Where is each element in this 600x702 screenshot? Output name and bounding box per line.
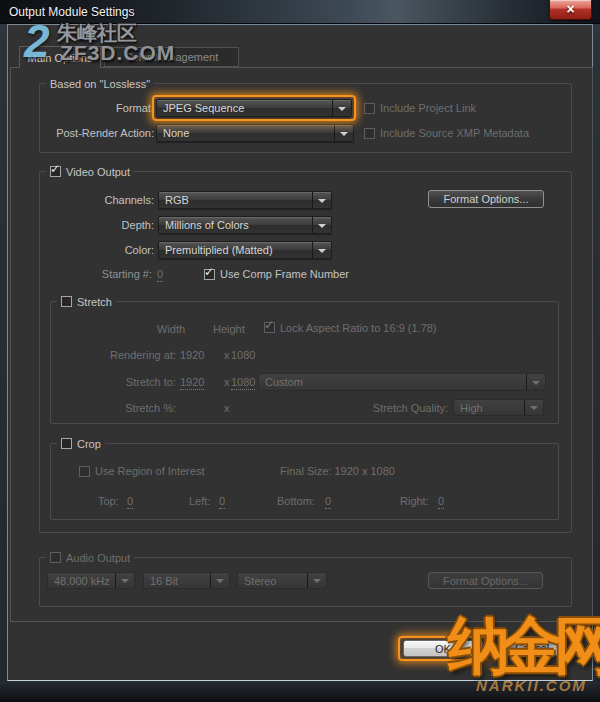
- audio-output-group: Audio Output 48.000 kHz 16 Bit Stereo Fo…: [39, 557, 572, 607]
- color-value: Premultiplied (Matted): [159, 242, 312, 258]
- channels-arrow-icon: [312, 192, 331, 208]
- depth-dropdown[interactable]: Millions of Colors: [158, 216, 332, 234]
- audio-channels-dropdown: Stereo: [237, 572, 327, 589]
- video-output-group: Video Output Channels: RGB Format Option…: [39, 171, 572, 533]
- audio-bit-value: 16 Bit: [144, 573, 210, 588]
- tab-color-management[interactable]: Color Management: [104, 47, 239, 67]
- window-frame-bottom: [0, 682, 600, 702]
- use-comp-frame-label: Use Comp Frame Number: [220, 268, 349, 281]
- stretch-percent-x-separator: x: [224, 402, 230, 415]
- include-xmp-checkbox: [364, 128, 375, 139]
- crop-right-value: 0: [438, 495, 444, 509]
- stretch-quality-label: Stretch Quality:: [301, 402, 448, 415]
- audio-output-label: Audio Output: [66, 552, 130, 564]
- crop-bottom-value: 0: [325, 495, 331, 509]
- stretch-preset-value: Custom: [259, 374, 526, 390]
- use-roi-checkbox: [79, 466, 90, 477]
- crop-legend: Crop: [57, 437, 105, 450]
- stretch-to-height-value: 1080: [231, 376, 255, 390]
- stretch-label: Stretch: [77, 296, 112, 308]
- crop-left-value: 0: [219, 495, 225, 509]
- title-bar[interactable]: Output Module Settings: [0, 0, 600, 24]
- audio-rate-value: 48.000 kHz: [48, 573, 115, 588]
- ok-button[interactable]: OK: [403, 640, 483, 657]
- audio-output-legend: Audio Output: [46, 551, 134, 564]
- channels-dropdown[interactable]: RGB: [158, 191, 332, 209]
- post-render-action-dropdown[interactable]: None: [156, 124, 354, 142]
- depth-arrow-icon: [312, 217, 331, 233]
- crop-left-label: Left:: [189, 495, 210, 508]
- stretch-group: Stretch Width Height Lock Aspect Ratio t…: [50, 301, 559, 424]
- close-icon: ×: [566, 2, 574, 16]
- post-render-action-label: Post-Render Action:: [40, 127, 154, 140]
- audio-rate-dropdown: 48.000 kHz: [47, 572, 135, 589]
- final-size-label: Final Size: 1920 x 1080: [280, 465, 395, 478]
- audio-channels-value: Stereo: [238, 573, 307, 588]
- format-options-button[interactable]: Format Options...: [428, 190, 544, 208]
- audio-format-options-button: Format Options...: [428, 572, 543, 589]
- stretch-checkbox[interactable]: [61, 296, 72, 307]
- lock-aspect-checkbox: [264, 322, 275, 333]
- output-module-settings-window: Output Module Settings × Main Options Co…: [0, 0, 600, 702]
- video-output-checkbox[interactable]: [50, 166, 61, 177]
- width-header: Width: [157, 323, 185, 336]
- stretch-quality-value: High: [454, 400, 524, 415]
- crop-checkbox[interactable]: [61, 438, 72, 449]
- stretch-percent-label: Stretch %:: [51, 402, 176, 415]
- format-label: Format:: [40, 102, 154, 115]
- use-comp-frame-checkbox[interactable]: [204, 269, 215, 280]
- stretch-to-label: Stretch to:: [51, 376, 176, 389]
- channels-label: Channels:: [40, 194, 154, 207]
- post-render-arrow-icon: [334, 125, 353, 141]
- audio-rate-arrow-icon: [115, 573, 134, 588]
- include-project-link-checkbox: [364, 103, 375, 114]
- color-arrow-icon: [312, 242, 331, 258]
- crop-top-value: 0: [127, 495, 133, 509]
- crop-right-label: Right:: [400, 495, 429, 508]
- depth-label: Depth:: [40, 219, 154, 232]
- format-dropdown-value: JPEG Sequence: [157, 100, 332, 116]
- include-xmp-label: Include Source XMP Metadata: [380, 127, 529, 140]
- color-label: Color:: [40, 244, 154, 257]
- stretch-preset-dropdown: Custom: [258, 373, 546, 391]
- video-output-legend: Video Output: [46, 165, 134, 178]
- starting-number-value: 0: [157, 268, 163, 282]
- audio-channels-arrow-icon: [307, 573, 326, 588]
- stretch-quality-dropdown: High: [453, 399, 544, 416]
- rendering-height-value: 1080: [231, 349, 255, 362]
- height-header: Height: [213, 323, 245, 336]
- crop-bottom-label: Bottom:: [277, 495, 315, 508]
- format-dropdown-arrow-icon: [332, 100, 351, 116]
- stretch-preset-arrow-icon: [526, 374, 545, 390]
- stretch-to-width-value: 1920: [180, 376, 204, 390]
- tab-main-options[interactable]: Main Options: [19, 46, 101, 68]
- crop-group: Crop Use Region of Interest Final Size: …: [50, 443, 559, 520]
- channels-value: RGB: [159, 192, 312, 208]
- format-dropdown-highlight: JPEG Sequence: [152, 95, 356, 121]
- stretch-to-x-separator: x: [224, 376, 230, 389]
- based-on-lossless-legend: Based on "Lossless": [46, 77, 154, 90]
- video-output-label: Video Output: [66, 166, 130, 178]
- lock-aspect-label: Lock Aspect Ratio to 16:9 (1.78): [280, 322, 437, 335]
- crop-top-label: Top:: [98, 495, 119, 508]
- stretch-quality-arrow-icon: [524, 400, 543, 415]
- post-render-action-value: None: [157, 125, 334, 141]
- ok-button-highlight: OK: [398, 636, 488, 661]
- rendering-at-label: Rendering at:: [51, 349, 176, 362]
- starting-number-label: Starting #:: [40, 268, 152, 281]
- color-dropdown[interactable]: Premultiplied (Matted): [158, 241, 332, 259]
- use-roi-label: Use Region of Interest: [95, 465, 204, 478]
- audio-bit-dropdown: 16 Bit: [143, 572, 230, 589]
- format-dropdown[interactable]: JPEG Sequence: [156, 99, 352, 117]
- include-project-link-label: Include Project Link: [380, 102, 476, 115]
- audio-output-checkbox: [50, 552, 61, 563]
- audio-bit-arrow-icon: [210, 573, 229, 588]
- rendering-x-separator: x: [224, 349, 230, 362]
- cancel-button[interactable]: Cancel: [500, 639, 564, 656]
- window-title: Output Module Settings: [9, 5, 134, 19]
- stretch-legend: Stretch: [57, 295, 116, 308]
- depth-value: Millions of Colors: [159, 217, 312, 233]
- close-button[interactable]: ×: [549, 0, 592, 20]
- based-on-lossless-group: Based on "Lossless" Format: JPEG Sequenc…: [39, 83, 572, 153]
- dialog-body: Main Options Color Management Based on "…: [7, 24, 593, 681]
